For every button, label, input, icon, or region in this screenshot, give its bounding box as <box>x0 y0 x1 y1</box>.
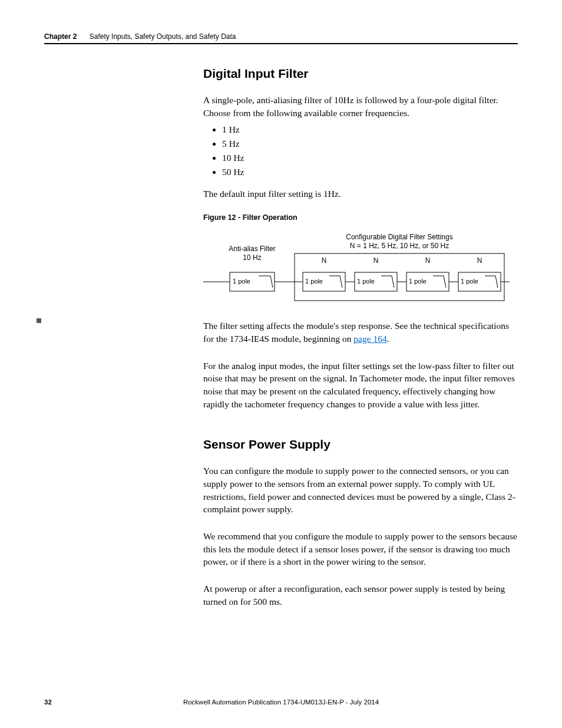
page-link[interactable]: page 164 <box>353 334 386 344</box>
digital-filter-sub: N = 1 Hz, 5 Hz, 10 Hz, or 50 Hz <box>350 242 449 250</box>
digital-filter-title: Configurable Digital Filter Settings <box>346 233 452 241</box>
svg-line-14 <box>392 276 394 288</box>
body-paragraph: The filter setting affects the module's … <box>203 319 518 345</box>
body-paragraph: You can configure the module to supply p… <box>203 465 518 516</box>
n-label: N <box>322 256 327 265</box>
paragraph-text: . <box>387 334 389 344</box>
chapter-title: Safety Inputs, Safety Outputs, and Safet… <box>90 32 236 41</box>
body-paragraph: The default input filter setting is 1Hz. <box>203 187 518 200</box>
body-paragraph: At powerup or after a reconfiguration, e… <box>203 582 518 608</box>
frequency-list: 1 Hz 5 Hz 10 Hz 50 Hz <box>222 123 518 179</box>
list-item: 1 Hz <box>222 123 518 137</box>
section-heading-digital-input-filter: Digital Input Filter <box>203 67 518 81</box>
anti-alias-title: Anti-alias Filter <box>229 245 275 253</box>
svg-line-19 <box>444 276 446 288</box>
filter-block-icon: 1 pole <box>355 272 397 291</box>
filter-block-icon: 1 pole <box>458 272 501 291</box>
page-number: 32 <box>44 699 52 706</box>
list-item: 5 Hz <box>222 137 518 151</box>
section-heading-sensor-power-supply: Sensor Power Supply <box>203 437 518 452</box>
page-footer: 32 Rockwell Automation Publication 1734-… <box>44 699 518 706</box>
chapter-label: Chapter 2 <box>44 32 77 41</box>
n-label: N <box>373 256 379 265</box>
list-item: 50 Hz <box>222 165 518 179</box>
filter-block-icon: 1 pole <box>303 272 345 291</box>
body-paragraph: We recommend that you configure the modu… <box>203 530 518 568</box>
figure-caption: Figure 12 - Filter Operation <box>203 213 518 222</box>
body-paragraph: For the analog input modes, the input fi… <box>203 360 518 411</box>
svg-text:1 pole: 1 pole <box>233 278 250 285</box>
anti-alias-sub: 10 Hz <box>243 253 261 262</box>
n-label: N <box>477 256 482 265</box>
change-bar-icon <box>37 318 41 323</box>
svg-line-4 <box>270 276 273 288</box>
svg-line-9 <box>340 276 342 288</box>
figure-filter-operation: Anti-alias Filter 10 Hz Configurable Dig… <box>203 228 518 307</box>
svg-text:1 pole: 1 pole <box>409 278 427 285</box>
n-label: N <box>425 256 431 265</box>
svg-line-24 <box>495 276 498 288</box>
svg-text:1 pole: 1 pole <box>357 278 375 285</box>
body-paragraph: A single-pole, anti-aliasing filter of 1… <box>203 94 518 119</box>
filter-block-icon: 1 pole <box>406 272 449 291</box>
header-rule <box>44 43 518 44</box>
svg-text:1 pole: 1 pole <box>305 278 323 285</box>
publication-info: Rockwell Automation Publication 1734-UM0… <box>44 699 518 706</box>
list-item: 10 Hz <box>222 151 518 165</box>
filter-block-icon: 1 pole <box>230 272 275 291</box>
page-header: Chapter 2 Safety Inputs, Safety Outputs,… <box>44 32 518 41</box>
svg-text:1 pole: 1 pole <box>461 278 478 285</box>
